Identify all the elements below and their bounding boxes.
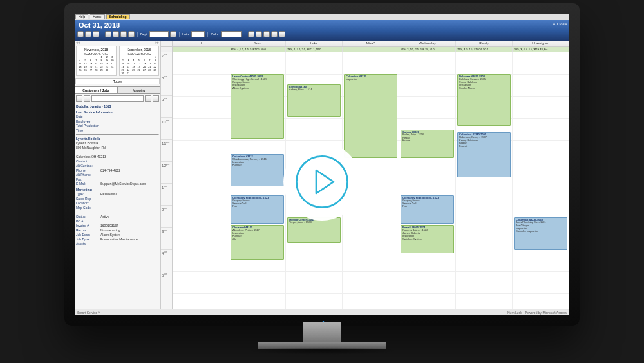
lane-randy[interactable]: Delaware 43015-9208Belshaw, Susan - 1505… xyxy=(456,52,513,309)
lane-wed[interactable]: Galena 43021Buller, Joby - 1516RepairFau… xyxy=(399,52,456,309)
appointment[interactable]: Milford Center 43045Yerger, John - 1520 xyxy=(287,217,341,243)
calendar-november[interactable]: November, 2018 SuMoTuWeTh Fr Sa 12345678… xyxy=(76,46,117,76)
view-btn-1[interactable] xyxy=(105,31,111,37)
stat-cell-2: 78%, 1, 7.0, 2.0, 8471.1, 50.0 xyxy=(286,47,343,52)
tech-column-3[interactable]: MikeT xyxy=(343,41,399,46)
stat-cell-0 xyxy=(173,47,229,52)
appointment[interactable]: Columbus 43240-7000Robinson, Kenny - 150… xyxy=(457,132,511,177)
search-input[interactable] xyxy=(91,95,144,102)
color-select[interactable]: by Category xyxy=(221,31,242,37)
time-slot: 11am xyxy=(161,140,172,162)
time-slot: 1pm xyxy=(161,184,172,206)
appointment[interactable]: Cleveland 44105Aberdeen, Philip - 1517In… xyxy=(231,225,284,260)
units-label: Units: xyxy=(182,32,191,36)
play-video-button[interactable] xyxy=(283,143,361,221)
menubar: Help Home Scheduling xyxy=(75,14,569,20)
dept-label: Dept: xyxy=(140,32,148,36)
appointment[interactable]: Columbus 43213Inspection xyxy=(344,74,397,158)
nav-next-button[interactable] xyxy=(93,31,99,37)
time-slot: 5pm xyxy=(161,271,172,293)
appointment[interactable]: Lewis Center 43035-9699Olentangy High Sc… xyxy=(231,74,284,139)
nav-prev-button[interactable] xyxy=(77,31,84,37)
today-button[interactable]: Today xyxy=(75,78,160,84)
appointment[interactable]: Galena 43021Buller, Joby - 1516RepairFau… xyxy=(401,130,454,158)
svg-point-0 xyxy=(296,156,347,207)
dept-select[interactable]: Technician xyxy=(149,31,169,37)
statusbar: Smart Service™ Num Lock Powered by Micro… xyxy=(75,309,569,315)
lane-unassigned[interactable]: Columbus 43229-5660Joe's Plumbing Co. - … xyxy=(513,52,569,309)
tab-mapping[interactable]: Mapping xyxy=(118,86,161,94)
tech-header-row: HJessLukeMikeTWednesdayRandyUnassigned xyxy=(161,41,569,47)
appointment[interactable]: Delaware 43015-9208Belshaw, Susan - 1505… xyxy=(457,74,511,126)
schedule-grid: HJessLukeMikeTWednesdayRandyUnassigned 8… xyxy=(161,41,569,309)
stat-cell-1: 87%, 4, 7.5, 1.5, 5487.05, 50.0 xyxy=(229,47,286,52)
stat-cell-6: 30%, 3, 6.5, 4.5, 3119.48, Err xyxy=(513,47,569,52)
time-slot: 4pm xyxy=(161,250,172,271)
help-tab[interactable]: Help xyxy=(75,14,88,19)
scheduling-tab[interactable]: Scheduling xyxy=(106,14,130,19)
print-icon[interactable] xyxy=(153,95,159,102)
stat-cell-4: 57%, 3, 5.5, 2.5, 586.79, 50.0 xyxy=(399,47,456,52)
time-slot: 3pm xyxy=(161,228,172,250)
tech-column-2[interactable]: Luke xyxy=(286,41,343,46)
appointment[interactable]: Columbus 43232Charbonneau, Cortney - 151… xyxy=(231,154,284,186)
customer-details: Bodolla, Lynetta - 1513 Last Service Inf… xyxy=(75,103,160,309)
time-slot: 8am xyxy=(161,74,172,96)
lane-jess[interactable]: Lewis Center 43035-9699Olentangy High Sc… xyxy=(229,52,286,309)
date-title: Oct 31, 2018 xyxy=(75,20,569,30)
dept-btn[interactable] xyxy=(170,31,176,37)
stats-row: 87%, 4, 7.5, 1.5, 5487.05, 50.078%, 1, 7… xyxy=(161,47,569,52)
time-slot: 9am xyxy=(161,96,172,118)
sidebar: << >> November, 2018 SuMoTuWeTh Fr Sa 12… xyxy=(75,41,161,309)
time-column: 7am8am9am10am11am12pm1pm2pm3pm4pm5pm xyxy=(161,52,173,309)
add-customer-icon[interactable] xyxy=(145,95,151,102)
tool-btn-5[interactable] xyxy=(279,31,285,37)
units-select[interactable]: 10 Min xyxy=(191,31,205,37)
view-btn-3[interactable] xyxy=(120,31,127,37)
tech-column-1[interactable]: Jess xyxy=(229,41,286,46)
nav-today-button[interactable] xyxy=(85,31,91,37)
search-icon[interactable] xyxy=(76,95,82,102)
tech-column-5[interactable]: Randy xyxy=(456,41,513,46)
tool-btn-4[interactable] xyxy=(271,31,278,37)
header: Oct 31, 2018 ✕ Close Dept: Technician Un… xyxy=(75,20,569,41)
refresh-button[interactable] xyxy=(128,31,135,37)
lane-h[interactable] xyxy=(173,52,229,309)
tool-btn-2[interactable] xyxy=(256,31,262,37)
tech-column-4[interactable]: Wednesday xyxy=(399,41,456,46)
tool-btn-3[interactable] xyxy=(263,31,270,37)
time-slot: 12pm xyxy=(161,162,172,184)
close-button[interactable]: ✕ Close xyxy=(553,21,567,26)
tab-customers[interactable]: Customers / Jobs xyxy=(75,86,118,94)
home-tab[interactable]: Home xyxy=(90,14,104,19)
tech-column-6[interactable]: Unassigned xyxy=(513,41,569,46)
calendar-december[interactable]: December, 2018 SuMoTuWeTh Fr Sa 12345678… xyxy=(119,46,160,76)
time-slot: 10am xyxy=(161,118,172,140)
tool-btn-1[interactable] xyxy=(248,31,254,37)
appointment[interactable]: Powell 43065-7374Roberts, Jaime - 1522Ja… xyxy=(401,225,454,253)
tech-column-0[interactable]: H xyxy=(173,41,229,46)
color-label: Color: xyxy=(211,32,219,36)
appointment[interactable]: Olentangy High School - 1523Gregory Evan… xyxy=(401,195,454,224)
appointment[interactable]: London 43140Ashley, Elma - 1514 xyxy=(287,84,341,117)
stat-cell-5: 77%, 4.5, 7.5, 779.04, 50.0 xyxy=(456,47,513,52)
appointment[interactable]: Olentangy High School - 1523Gregory Evan… xyxy=(231,195,284,224)
view-btn-2[interactable] xyxy=(113,31,119,37)
toolbar: Dept: Technician Units: 10 Min Color: by… xyxy=(75,30,569,38)
appointment[interactable]: Columbus 43229-5660Joe's Plumbing Co. - … xyxy=(514,217,567,250)
time-slot: 7am xyxy=(161,52,172,74)
time-slot: 2pm xyxy=(161,206,172,228)
filter-icon[interactable] xyxy=(84,95,90,102)
stat-cell-3 xyxy=(343,47,399,52)
